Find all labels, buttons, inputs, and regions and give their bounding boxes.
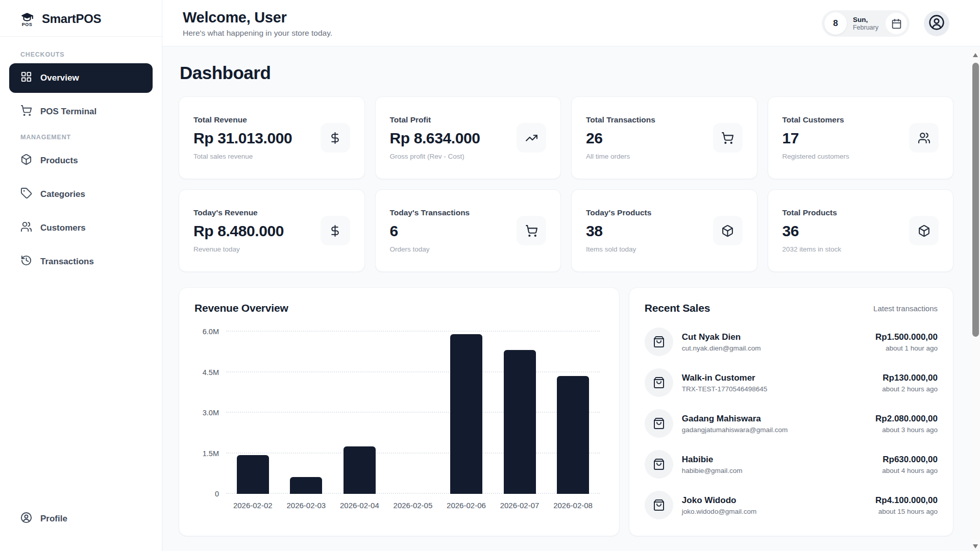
- recent-sales-subtitle: Latest transactions: [873, 304, 938, 313]
- shopping-cart-icon: [517, 216, 546, 245]
- stat-card-total-transactions: Total Transactions 26 All time orders: [571, 96, 757, 179]
- dollar-icon: [321, 216, 350, 245]
- app-logo: POS SmartPOS: [0, 0, 162, 36]
- sale-customer-name: Gadang Mahiswara: [682, 414, 867, 424]
- sale-customer-detail: habibie@gmail.com: [682, 467, 873, 474]
- section-label-management: MANAGEMENT: [9, 131, 153, 146]
- graduation-cap-icon: POS: [19, 10, 35, 27]
- sale-amount: Rp2.080.000,00: [875, 414, 938, 424]
- chart-y-tick: 0: [215, 490, 219, 498]
- stat-value: 38: [586, 222, 651, 240]
- section-label-checkouts: CHECKOUTS: [9, 48, 153, 63]
- sidebar-item-label: Customers: [40, 223, 86, 233]
- trending-up-icon: [517, 123, 546, 153]
- stat-subtitle: Orders today: [390, 245, 470, 253]
- stat-subtitle: All time orders: [586, 153, 655, 160]
- chart-x-tick: 2026-02-08: [546, 501, 600, 510]
- sale-customer-detail: joko.widodo@gmail.com: [682, 508, 867, 515]
- chart-bar-slot: [333, 332, 386, 494]
- chart-bars: [226, 332, 600, 494]
- sale-amount: Rp4.100.000,00: [875, 495, 938, 506]
- sidebar-item-pos-terminal[interactable]: POS Terminal: [9, 97, 153, 127]
- chart-x-tick: 2026-02-06: [439, 501, 493, 510]
- stat-card-total-profit: Total Profit Rp 8.634.000 Gross profit (…: [375, 96, 561, 179]
- sale-row: Gadang Mahiswara gadangjatumahiswara@gma…: [645, 403, 938, 444]
- chart-y-tick: 6.0M: [203, 328, 219, 336]
- chart-bar-slot: [226, 332, 280, 494]
- stat-value: Rp 8.634.000: [390, 130, 480, 147]
- stat-title: Today's Transactions: [390, 208, 470, 217]
- stat-subtitle: 2032 items in stock: [782, 245, 842, 253]
- stats-row-1: Total Revenue Rp 31.013.000 Total sales …: [179, 96, 953, 179]
- logo-pos-label: POS: [22, 22, 33, 27]
- date-texts: Sun, February: [853, 16, 879, 31]
- sale-time: about 1 hour ago: [875, 344, 938, 352]
- sale-time: about 2 hours ago: [882, 385, 938, 393]
- scrollbar-up-arrow-icon[interactable]: [973, 53, 978, 57]
- sidebar-item-products[interactable]: Products: [9, 146, 153, 176]
- stat-value: 26: [586, 130, 655, 147]
- vertical-scrollbar[interactable]: [971, 49, 980, 551]
- stat-title: Today's Products: [586, 208, 651, 217]
- sidebar-item-label: Overview: [40, 73, 79, 83]
- history-icon: [20, 255, 32, 269]
- stat-card-todays-revenue: Today's Revenue Rp 8.480.000 Revenue tod…: [179, 189, 365, 272]
- chart-x-tick: 2026-02-04: [333, 501, 386, 510]
- sidebar: POS SmartPOS CHECKOUTS Overview POS Term…: [0, 0, 162, 551]
- shopping-bag-icon: [645, 328, 673, 356]
- app-name: SmartPOS: [42, 12, 101, 26]
- scrollbar-thumb[interactable]: [972, 63, 979, 337]
- sale-customer-detail: gadangjatumahiswara@gmail.com: [682, 426, 867, 434]
- sale-row: Joko Widodo joko.widodo@gmail.com Rp4.10…: [645, 485, 938, 525]
- stat-title: Total Transactions: [586, 115, 655, 124]
- chart-bar: [290, 477, 322, 494]
- stat-value: 6: [390, 222, 470, 240]
- sidebar-item-categories[interactable]: Categories: [9, 180, 153, 209]
- chart-bar: [237, 455, 269, 494]
- chart-title: Revenue Overview: [194, 302, 604, 314]
- date-widget[interactable]: 8 Sun, February: [822, 10, 910, 37]
- sidebar-item-overview[interactable]: Overview: [9, 63, 153, 93]
- sidebar-item-transactions[interactable]: Transactions: [9, 247, 153, 277]
- users-icon: [20, 221, 32, 235]
- revenue-chart: 01.5M3.0M4.5M6.0M 2026-02-022026-02-0320…: [194, 332, 604, 510]
- shopping-cart-icon: [20, 105, 32, 119]
- sidebar-item-profile[interactable]: Profile: [9, 504, 153, 534]
- sale-time: about 15 hours ago: [875, 508, 938, 515]
- chart-bar: [450, 334, 482, 494]
- stat-subtitle: Total sales revenue: [193, 153, 292, 160]
- scrollbar-down-arrow-icon[interactable]: [973, 544, 978, 548]
- user-circle-icon: [20, 512, 32, 526]
- sale-row: Walk-in Customer TRX-TEST-1770546498645 …: [645, 362, 938, 403]
- main-area: Welcome, User Here's what happening in y…: [162, 0, 980, 551]
- sidebar-item-customers[interactable]: Customers: [9, 213, 153, 243]
- page-title: Dashboard: [180, 63, 953, 83]
- sale-customer-name: Walk-in Customer: [682, 373, 873, 383]
- sidebar-item-label: POS Terminal: [40, 107, 96, 117]
- chart-plot: 01.5M3.0M4.5M6.0M: [226, 332, 600, 494]
- welcome-title: Welcome, User: [183, 9, 332, 26]
- stat-title: Today's Revenue: [193, 208, 284, 217]
- sale-amount: Rp630.000,00: [882, 455, 938, 465]
- app-window: POS SmartPOS CHECKOUTS Overview POS Term…: [0, 0, 980, 551]
- stat-value: 17: [782, 130, 849, 147]
- avatar[interactable]: [924, 11, 949, 36]
- topbar-right: 8 Sun, February: [822, 10, 949, 37]
- chart-x-tick: 2026-02-07: [493, 501, 547, 510]
- shopping-bag-icon: [645, 450, 673, 479]
- shopping-cart-icon: [713, 123, 743, 153]
- sale-amount: Rp130.000,00: [882, 373, 938, 383]
- sidebar-item-label: Transactions: [40, 257, 94, 267]
- sale-customer-name: Habibie: [682, 455, 873, 465]
- chart-x-tick: 2026-02-03: [280, 501, 333, 510]
- package-icon: [713, 216, 743, 245]
- calendar-icon[interactable]: [886, 13, 907, 34]
- stat-value: Rp 8.480.000: [193, 222, 284, 240]
- chart-x-tick: 2026-02-05: [386, 501, 440, 510]
- shopping-bag-icon: [645, 491, 673, 519]
- sidebar-item-label: Categories: [40, 189, 85, 199]
- recent-sales-header: Recent Sales Latest transactions: [645, 302, 938, 314]
- stat-card-total-revenue: Total Revenue Rp 31.013.000 Total sales …: [179, 96, 365, 179]
- sale-time: about 3 hours ago: [875, 426, 938, 434]
- stat-value: Rp 31.013.000: [193, 130, 292, 147]
